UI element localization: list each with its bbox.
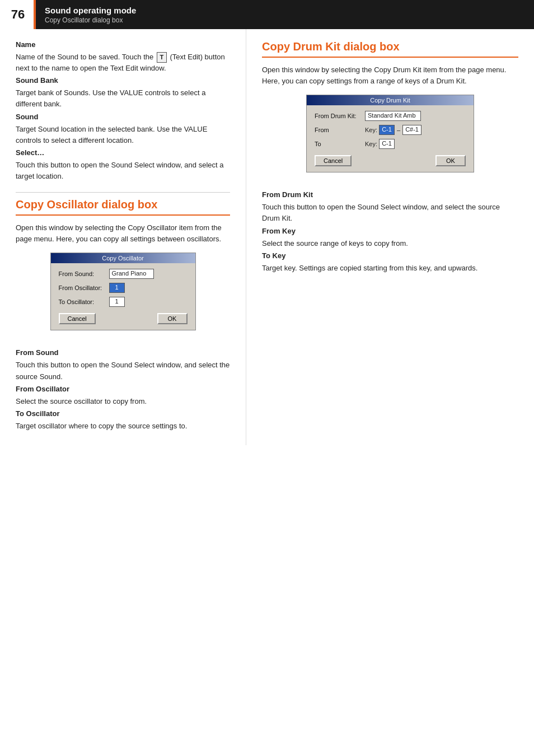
to-oscillator-label: To Oscillator:: [59, 298, 109, 305]
from-drum-kit-heading: From Drum Kit: [262, 190, 518, 199]
copy-oscillator-dialog-content: From Sound: Grand Piano From Oscillator:…: [51, 263, 195, 330]
section-from-oscillator: From Oscillator Select the source oscill…: [16, 385, 230, 407]
dialog-row-from-key: From Key: C-1 – C#-1: [315, 125, 466, 135]
section-name-body: Name of the Sound to be saved. Touch the…: [16, 52, 230, 74]
to-row-label: To: [315, 141, 365, 147]
from-oscillator-body: Select the source oscillator to copy fro…: [16, 396, 230, 407]
section-select: Select… Touch this button to open the So…: [16, 148, 230, 182]
from-key-heading: From Key: [262, 227, 518, 235]
copy-oscillator-dialog: Copy Oscillator From Sound: Grand Piano …: [50, 253, 196, 330]
oscillator-ok-button[interactable]: OK: [157, 313, 188, 324]
section-sound-bank-body: Target bank of Sounds. Use the VALUE con…: [16, 87, 230, 110]
section-to-oscillator: To Oscillator Target oscillator where to…: [16, 409, 230, 432]
copy-oscillator-intro: Open this window by selecting the Copy O…: [16, 222, 230, 245]
section-select-body: Touch this button to open the Sound Sele…: [16, 160, 230, 182]
header-title: Sound operating mode: [45, 6, 136, 15]
drum-kit-ok-button[interactable]: OK: [435, 155, 466, 166]
dash-separator: –: [395, 127, 402, 133]
dialog-row-to-key: To Key: C-1: [315, 139, 466, 149]
header-subtitle: Copy Oscillator dialog box: [45, 16, 136, 24]
section-sound-body: Target Sound location in the selected ba…: [16, 124, 230, 146]
to-key-heading: To Key: [262, 251, 518, 260]
oscillator-cancel-button[interactable]: Cancel: [59, 313, 96, 324]
from-key-body: Select the source range of keys to copy …: [262, 238, 518, 249]
from-sound-field[interactable]: Grand Piano: [109, 269, 154, 279]
section-select-heading: Select…: [16, 148, 230, 157]
drum-kit-cancel-button[interactable]: Cancel: [315, 155, 352, 166]
from-oscillator-field[interactable]: 1: [109, 283, 125, 293]
from-row-label: From: [315, 127, 365, 133]
section-from-sound: From Sound Touch this button to open the…: [16, 348, 230, 382]
dialog-row-from-sound: From Sound: Grand Piano: [59, 269, 188, 279]
dialog-row-from-oscillator: From Oscillator: 1: [59, 283, 188, 293]
from-drum-kit-body: Touch this button to open the Sound Sele…: [262, 202, 518, 224]
from-key-field1[interactable]: C-1: [379, 125, 395, 135]
oscillator-dialog-buttons: Cancel OK: [59, 311, 188, 324]
copy-oscillator-dialog-titlebar: Copy Oscillator: [51, 253, 195, 263]
header-bar: 76 Sound operating mode Copy Oscillator …: [0, 0, 534, 29]
to-oscillator-body: Target oscillator where to copy the sour…: [16, 421, 230, 432]
section-sound: Sound Target Sound location in the selec…: [16, 113, 230, 146]
to-key-label: Key:: [365, 141, 377, 147]
section-name: Name Name of the Sound to be saved. Touc…: [16, 40, 230, 74]
section-sound-heading: Sound: [16, 113, 230, 121]
content-area: Name Name of the Sound to be saved. Touc…: [0, 29, 534, 445]
from-sound-heading: From Sound: [16, 348, 230, 357]
from-sound-label: From Sound:: [59, 270, 109, 277]
section-divider: [16, 192, 230, 193]
copy-oscillator-section: Copy Oscillator dialog box Open this win…: [16, 198, 230, 432]
page-number: 76: [0, 0, 34, 29]
to-oscillator-field[interactable]: 1: [109, 297, 125, 307]
to-key-body: Target key. Settings are copied starting…: [262, 263, 518, 274]
copy-drum-kit-section: Copy Drum Kit dialog box Open this windo…: [262, 40, 518, 274]
from-drum-kit-field[interactable]: Standard Kit Amb: [365, 111, 421, 121]
from-key-field2[interactable]: C#-1: [402, 125, 421, 135]
copy-drum-kit-dialog-content: From Drum Kit: Standard Kit Amb From Key…: [307, 105, 474, 172]
section-sound-bank: Sound Bank Target bank of Sounds. Use th…: [16, 76, 230, 110]
drum-kit-dialog-buttons: Cancel OK: [315, 153, 466, 166]
text-edit-button-icon: T: [157, 52, 167, 63]
dialog-row-to-oscillator: To Oscillator: 1: [59, 297, 188, 307]
from-drum-kit-row-label: From Drum Kit:: [315, 113, 365, 119]
copy-drum-kit-intro: Open this window by selecting the Copy D…: [262, 64, 518, 87]
from-key-label: Key:: [365, 127, 377, 133]
from-oscillator-heading: From Oscillator: [16, 385, 230, 393]
section-name-heading: Name: [16, 40, 230, 49]
right-column: Copy Drum Kit dialog box Open this windo…: [246, 29, 534, 445]
to-oscillator-heading: To Oscillator: [16, 409, 230, 418]
to-key-field[interactable]: C-1: [379, 139, 395, 149]
section-from-drum-kit: From Drum Kit Touch this button to open …: [262, 190, 518, 224]
from-oscillator-label: From Oscillator:: [59, 284, 109, 291]
from-sound-body: Touch this button to open the Sound Sele…: [16, 360, 230, 382]
left-column: Name Name of the Sound to be saved. Touc…: [0, 29, 246, 445]
copy-drum-kit-title: Copy Drum Kit dialog box: [262, 40, 518, 58]
header-text: Sound operating mode Copy Oscillator dia…: [36, 0, 145, 29]
copy-oscillator-title: Copy Oscillator dialog box: [16, 198, 230, 216]
copy-drum-kit-dialog-titlebar: Copy Drum Kit: [307, 95, 474, 105]
section-to-key: To Key Target key. Settings are copied s…: [262, 251, 518, 274]
section-from-key: From Key Select the source range of keys…: [262, 227, 518, 249]
section-sound-bank-heading: Sound Bank: [16, 76, 230, 85]
dialog-row-from-drum-kit: From Drum Kit: Standard Kit Amb: [315, 111, 466, 121]
copy-drum-kit-dialog: Copy Drum Kit From Drum Kit: Standard Ki…: [306, 95, 474, 172]
